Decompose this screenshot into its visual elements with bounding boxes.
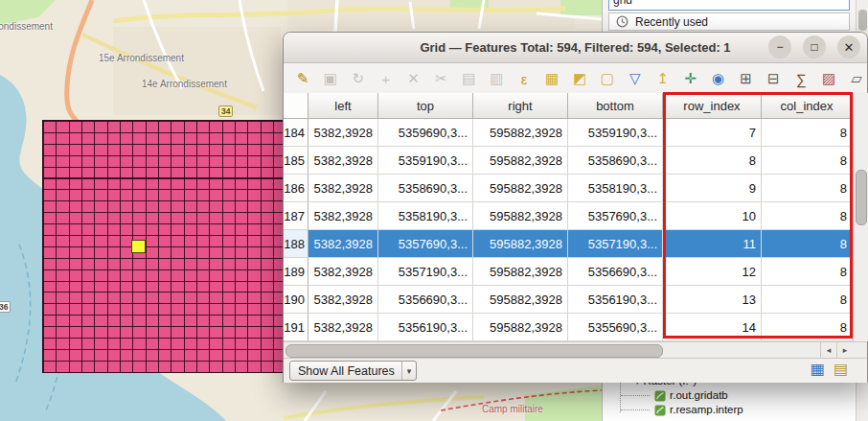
column-header-col_index[interactable]: col_index xyxy=(762,93,853,119)
cell-top[interactable]: 5358690,3... xyxy=(378,175,473,202)
cell-right[interactable]: 595882,3928 xyxy=(473,119,568,147)
cell-col_index[interactable]: 8 xyxy=(762,258,853,286)
zoom-to-selection-icon[interactable]: ◉ xyxy=(708,68,729,89)
move-selection-top-icon[interactable]: ↥ xyxy=(652,68,674,89)
cell-bottom[interactable]: 5355690,3... xyxy=(568,314,663,341)
cell-row_index[interactable]: 14 xyxy=(663,314,762,341)
cell-row_index[interactable]: 7 xyxy=(663,119,762,147)
cell-row_index[interactable]: 13 xyxy=(663,286,762,314)
scroll-right-arrow-icon[interactable]: ▸ xyxy=(836,342,853,358)
cell-bottom[interactable]: 5358190,3... xyxy=(568,175,663,202)
table-row[interactable]: 1845382,39285359690,3...595882,392853591… xyxy=(284,119,854,147)
new-field-icon[interactable]: ⊞ xyxy=(736,68,757,89)
cell-top[interactable]: 5357690,3... xyxy=(378,230,473,258)
column-header-row_index[interactable]: row_index xyxy=(663,93,762,119)
row-number[interactable]: 185 xyxy=(284,147,308,175)
cell-col_index[interactable]: 8 xyxy=(762,202,853,230)
table-row[interactable]: 1905382,39285356690,3...595882,392853561… xyxy=(284,286,854,314)
cell-col_index[interactable]: 8 xyxy=(762,314,853,341)
cell-row_index[interactable]: 9 xyxy=(663,175,762,202)
cell-right[interactable]: 595882,3928 xyxy=(473,175,568,202)
dock-attribute-table-icon[interactable]: ▱ xyxy=(846,68,867,89)
cell-col_index[interactable]: 8 xyxy=(762,286,853,314)
row-number[interactable]: 188 xyxy=(284,230,308,258)
cell-col_index[interactable]: 8 xyxy=(762,175,853,202)
cell-top[interactable]: 5356190,3... xyxy=(378,314,473,341)
column-header-left[interactable]: left xyxy=(308,93,378,119)
toolbox-item-algorithm[interactable]: r.resamp.interp xyxy=(603,403,868,417)
minimize-button[interactable]: − xyxy=(768,35,791,58)
toggle-editing-icon[interactable]: ✎ xyxy=(292,68,313,89)
row-number[interactable]: 184 xyxy=(284,119,308,147)
window-titlebar[interactable]: Grid — Features Total: 594, Filtered: 59… xyxy=(284,33,867,63)
row-number[interactable]: 191 xyxy=(284,314,308,341)
cell-top[interactable]: 5357190,3... xyxy=(378,258,473,286)
cell-col_index[interactable]: 8 xyxy=(762,230,853,258)
cell-right[interactable]: 595882,3928 xyxy=(473,314,568,341)
cell-bottom[interactable]: 5357190,3... xyxy=(568,230,663,258)
horizontal-scrollbar[interactable]: ◂ ▸ xyxy=(284,341,867,358)
cell-row_index[interactable]: 8 xyxy=(663,147,762,175)
cell-row_index[interactable]: 12 xyxy=(663,258,762,286)
cell-left[interactable]: 5382,3928 xyxy=(308,258,378,286)
cell-bottom[interactable]: 5356190,3... xyxy=(568,286,663,314)
scroll-left-arrow-icon[interactable]: ◂ xyxy=(820,342,836,358)
row-number[interactable]: 189 xyxy=(284,258,308,286)
pan-to-selection-icon[interactable]: ✛ xyxy=(680,68,701,89)
row-number[interactable]: 186 xyxy=(284,175,308,202)
table-view-icon[interactable]: ▦ xyxy=(811,360,825,379)
invert-selection-icon[interactable]: ◩ xyxy=(569,68,590,89)
select-by-expression-icon[interactable]: ε xyxy=(514,68,535,89)
cell-top[interactable]: 5356690,3... xyxy=(378,286,473,314)
selected-grid-cell[interactable] xyxy=(131,240,146,253)
table-row[interactable]: 1875382,39285358190,3...595882,392853576… xyxy=(284,202,854,230)
column-header-right[interactable]: right xyxy=(473,93,568,119)
cell-right[interactable]: 595882,3928 xyxy=(473,258,568,286)
form-view-icon[interactable]: ▤ xyxy=(834,360,848,379)
cell-left[interactable]: 5382,3928 xyxy=(308,147,378,175)
select-all-icon[interactable]: ▦ xyxy=(541,68,562,89)
cell-col_index[interactable]: 8 xyxy=(762,119,853,147)
column-header-top[interactable]: top xyxy=(378,93,473,119)
cell-bottom[interactable]: 5359190,3... xyxy=(568,119,663,147)
cell-row_index[interactable]: 11 xyxy=(663,230,762,258)
table-row[interactable]: 1915382,39285356190,3...595882,392853556… xyxy=(284,314,854,341)
table-row[interactable]: 1885382,39285357690,3...595882,392853571… xyxy=(284,230,854,258)
table-row[interactable]: 1865382,39285358690,3...595882,392853581… xyxy=(284,175,854,202)
cell-left[interactable]: 5382,3928 xyxy=(308,119,378,147)
cell-left[interactable]: 5382,3928 xyxy=(308,286,378,314)
toolbox-search-input[interactable] xyxy=(608,0,850,11)
panel-scrollbar[interactable] xyxy=(856,0,868,32)
table-row[interactable]: 1855382,39285359190,3...595882,392853586… xyxy=(284,147,854,175)
cell-right[interactable]: 595882,3928 xyxy=(473,202,568,230)
cell-right[interactable]: 595882,3928 xyxy=(473,230,568,258)
feature-filter-dropdown[interactable]: Show All Features ▾ xyxy=(289,361,417,381)
toolbox-recently-used[interactable]: Recently used xyxy=(608,12,850,31)
row-number[interactable]: 190 xyxy=(284,286,308,314)
field-calculator-icon[interactable]: ∑ xyxy=(790,68,811,89)
cell-left[interactable]: 5382,3928 xyxy=(308,175,378,202)
cell-top[interactable]: 5358190,3... xyxy=(378,202,473,230)
vertical-scrollbar[interactable] xyxy=(853,93,868,341)
cell-right[interactable]: 595882,3928 xyxy=(473,147,568,175)
panel-scrollbar[interactable] xyxy=(856,383,868,421)
conditional-formatting-icon[interactable]: ▨ xyxy=(818,68,839,89)
cell-top[interactable]: 5359190,3... xyxy=(378,147,473,175)
cell-right[interactable]: 595882,3928 xyxy=(473,286,568,314)
table-row[interactable]: 1895382,39285357190,3...595882,392853566… xyxy=(284,258,854,286)
vertical-scrollbar-thumb[interactable] xyxy=(856,170,867,225)
row-number-header[interactable] xyxy=(284,93,308,119)
cell-bottom[interactable]: 5357690,3... xyxy=(568,202,663,230)
column-header-bottom[interactable]: bottom xyxy=(568,93,663,119)
cell-row_index[interactable]: 10 xyxy=(663,202,762,230)
cell-top[interactable]: 5359690,3... xyxy=(378,119,473,147)
expand-arrow-icon[interactable]: ▾ xyxy=(635,383,640,386)
maximize-button[interactable]: □ xyxy=(803,35,826,58)
panel-scrollbar-thumb[interactable] xyxy=(858,10,867,31)
filter-form-icon[interactable]: ▽ xyxy=(625,68,646,89)
cell-left[interactable]: 5382,3928 xyxy=(308,314,378,341)
cell-left[interactable]: 5382,3928 xyxy=(308,230,378,258)
row-number[interactable]: 187 xyxy=(284,202,308,230)
cell-col_index[interactable]: 8 xyxy=(762,147,853,175)
toolbox-item-algorithm[interactable]: r.out.gridatb xyxy=(603,388,868,403)
